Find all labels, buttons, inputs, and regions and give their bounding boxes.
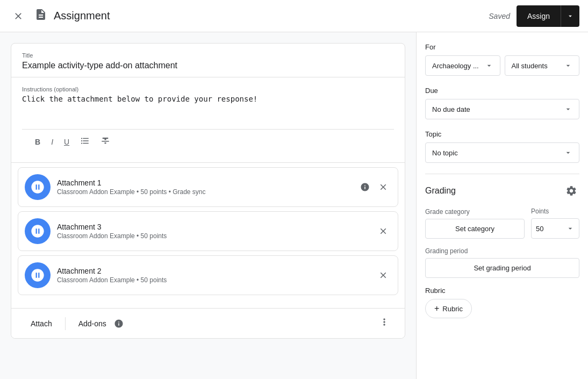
attachments-list: Attachment 1 Classroom Addon Example • 5…	[11, 163, 405, 304]
topic-label: Topic	[425, 130, 579, 138]
add-rubric-label: Rubric	[442, 305, 463, 313]
grade-category-col: Grade category Set category	[425, 208, 525, 239]
due-section: Due No due date	[425, 87, 579, 119]
points-col: Points 50	[531, 208, 579, 239]
grading-section: Grading Grade category Set category Poin…	[425, 183, 579, 318]
class-dropdown-label: Archaeology ...	[432, 62, 479, 70]
add-rubric-button[interactable]: + Rubric	[425, 299, 472, 318]
table-row: Attachment 2 Classroom Addon Example • 5…	[18, 255, 398, 295]
attachment-actions-1	[357, 179, 391, 195]
attachment-name-2: Attachment 3	[57, 223, 369, 231]
points-label: Points	[531, 208, 579, 215]
attachment-info-1: Attachment 1 Classroom Addon Example • 5…	[57, 178, 350, 196]
for-label: For	[425, 43, 579, 51]
grade-category-label: Grade category	[425, 208, 525, 216]
italic-button[interactable]: I	[47, 134, 58, 149]
grading-period-label: Grading period	[425, 247, 579, 255]
attachment-meta-3: Classroom Addon Example • 50 points	[57, 276, 369, 284]
addons-button[interactable]: Add-ons	[70, 311, 375, 336]
doc-icon	[34, 8, 47, 24]
attachment-name-1: Attachment 1	[57, 178, 350, 187]
due-date-dropdown[interactable]: No due date	[425, 99, 579, 119]
attachment-meta-1: Classroom Addon Example • 50 points • Gr…	[57, 188, 350, 196]
attachment-info-2: Attachment 3 Classroom Addon Example • 5…	[57, 223, 369, 240]
points-dropdown[interactable]: 50	[531, 218, 579, 239]
table-row: Attachment 1 Classroom Addon Example • 5…	[18, 167, 398, 207]
underline-button[interactable]: U	[60, 134, 74, 149]
more-options-button[interactable]	[375, 312, 394, 334]
main-content: Title Instructions (optional) Click the …	[0, 32, 588, 379]
strikethrough-button[interactable]	[96, 134, 114, 149]
attach-button[interactable]: Attach	[22, 315, 61, 332]
attachment-icon-3	[25, 262, 51, 288]
set-category-button[interactable]: Set category	[425, 219, 525, 239]
attachment-actions-3	[375, 267, 391, 283]
students-dropdown-label: All students	[512, 62, 548, 70]
grading-title: Grading	[425, 186, 456, 196]
assign-button-group: Assign	[517, 5, 579, 27]
rubric-label: Rubric	[425, 287, 579, 295]
formatting-toolbar: B I U	[22, 129, 394, 154]
set-grading-period-button[interactable]: Set grading period	[425, 258, 579, 278]
attachment-info-3: Attachment 2 Classroom Addon Example • 5…	[57, 267, 369, 284]
attachment-name-3: Attachment 2	[57, 267, 369, 275]
addons-info-button[interactable]	[111, 316, 127, 332]
attachment-info-button-1[interactable]	[357, 179, 373, 195]
close-button[interactable]	[9, 6, 28, 26]
attachment-actions-2	[375, 223, 391, 239]
attachment-remove-button-3[interactable]	[375, 267, 391, 283]
topic-dropdown[interactable]: No topic	[425, 142, 579, 163]
grading-settings-button[interactable]	[563, 183, 579, 199]
toolbar-divider	[65, 317, 66, 330]
list-button[interactable]	[76, 134, 94, 149]
title-input[interactable]	[22, 61, 394, 70]
for-dropdowns-row: Archaeology ... All students	[425, 55, 579, 76]
bold-button[interactable]: B	[31, 134, 45, 149]
right-panel: For Archaeology ... All students Due No …	[416, 32, 588, 379]
attachment-meta-2: Classroom Addon Example • 50 points	[57, 232, 369, 240]
bottom-toolbar: Attach Add-ons	[11, 308, 405, 338]
attachment-remove-button-1[interactable]	[375, 179, 391, 195]
instructions-section: Instructions (optional) Click the attach…	[11, 77, 405, 163]
attachment-icon-2	[25, 218, 51, 244]
assignment-card: Title Instructions (optional) Click the …	[11, 43, 405, 339]
assign-dropdown-button[interactable]	[561, 5, 579, 27]
plus-icon: +	[434, 304, 439, 313]
saved-status: Saved	[489, 12, 510, 20]
attachment-icon-1	[25, 174, 51, 200]
due-label: Due	[425, 87, 579, 95]
title-section: Title	[11, 44, 405, 77]
points-value: 50	[536, 225, 543, 233]
title-label: Title	[22, 52, 394, 59]
for-section: For Archaeology ... All students	[425, 43, 579, 76]
due-date-label: No due date	[432, 105, 470, 113]
grade-category-row: Grade category Set category Points 50	[425, 208, 579, 239]
topic-section: Topic No topic	[425, 130, 579, 163]
assign-button[interactable]: Assign	[517, 5, 561, 27]
table-row: Attachment 3 Classroom Addon Example • 5…	[18, 211, 398, 251]
app-header: Assignment Saved Assign	[0, 0, 588, 32]
page-title: Assignment	[54, 10, 482, 22]
students-dropdown[interactable]: All students	[505, 55, 580, 76]
instructions-label: Instructions (optional)	[22, 86, 394, 92]
instructions-input[interactable]: Click the attachment below to provide yo…	[22, 95, 394, 127]
grading-header: Grading	[425, 183, 579, 199]
section-divider	[425, 174, 579, 174]
left-panel: Title Instructions (optional) Click the …	[0, 32, 416, 379]
addons-label: Add-ons	[78, 319, 106, 328]
attachment-remove-button-2[interactable]	[375, 223, 391, 239]
class-dropdown[interactable]: Archaeology ...	[425, 55, 500, 76]
topic-label-text: No topic	[432, 149, 458, 157]
